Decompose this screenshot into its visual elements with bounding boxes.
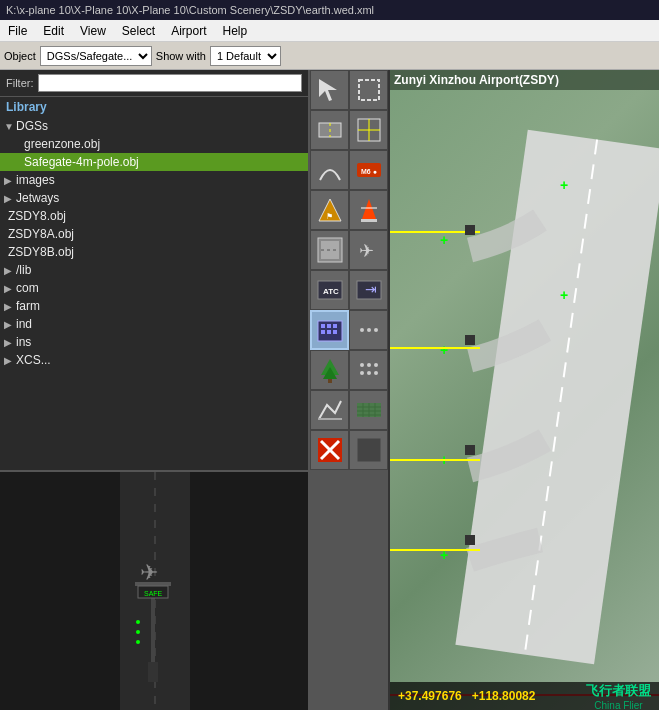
tree-arrow-xcs: ▶ <box>4 355 14 366</box>
select-box-icon[interactable] <box>349 70 388 110</box>
svg-rect-36 <box>327 324 331 328</box>
icon-row: ✈ <box>310 230 388 270</box>
svg-point-43 <box>374 328 378 332</box>
watermark-line1: 飞行者联盟 <box>586 682 651 700</box>
terrain-tool-icon[interactable] <box>349 390 388 430</box>
list-item[interactable]: ZSDY8B.obj <box>0 243 308 261</box>
show-with-select[interactable]: 1 Default 2 Default Custom <box>210 46 281 66</box>
svg-rect-39 <box>327 330 331 334</box>
icon-row: ATC ⇥ <box>310 270 388 310</box>
svg-rect-79 <box>465 445 475 455</box>
list-item[interactable]: ZSDY8A.obj <box>0 225 308 243</box>
tree-group-lib[interactable]: ▶ /lib <box>0 261 308 279</box>
taxiway-tool-icon[interactable] <box>349 110 388 150</box>
tree-group-ind[interactable]: ▶ ind <box>0 315 308 333</box>
svg-point-42 <box>367 328 371 332</box>
svg-marker-12 <box>319 79 337 101</box>
svg-text:✈: ✈ <box>359 241 374 261</box>
watermark: 飞行者联盟 China Flier <box>586 682 651 711</box>
tree-group-label-jetways: Jetways <box>16 191 59 205</box>
runway-tool-icon[interactable] <box>310 110 349 150</box>
arrow-tool-icon[interactable] <box>310 70 349 110</box>
item-label-selected: Safegate-4m-pole.obj <box>24 155 139 169</box>
tree-group-com[interactable]: ▶ com <box>0 279 308 297</box>
cone-tool-icon[interactable] <box>349 190 388 230</box>
svg-point-47 <box>360 363 364 367</box>
icon-row <box>310 350 388 390</box>
lights-tool-icon[interactable]: ATC <box>310 270 349 310</box>
library-header: Library <box>0 97 308 117</box>
svg-point-50 <box>360 371 364 375</box>
svg-text:✈: ✈ <box>140 560 158 585</box>
item-label: ZSDY8A.obj <box>8 227 74 241</box>
list-item-selected[interactable]: Safegate-4m-pole.obj <box>0 153 308 171</box>
svg-text:+: + <box>440 342 448 358</box>
tree-group-label-farm: farm <box>16 299 40 313</box>
svg-rect-64 <box>357 438 381 462</box>
tree-tool-icon[interactable] <box>310 350 349 390</box>
object-select[interactable]: DGSs/Safegate... <box>40 46 152 66</box>
library-tree[interactable]: Library ▼ DGSs greenzone.obj Safegate-4m… <box>0 97 308 470</box>
marking-tool-icon[interactable] <box>310 230 349 270</box>
filter-input[interactable] <box>38 74 303 92</box>
tree-group-dgss[interactable]: ▼ DGSs <box>0 117 308 135</box>
icon-toolbar: M6 ● ⚑ <box>310 70 390 710</box>
item-label: ZSDY8B.obj <box>8 245 74 259</box>
svg-point-11 <box>136 640 140 644</box>
plane-tool-icon[interactable]: ✈ <box>349 230 388 270</box>
menu-item-airport[interactable]: Airport <box>163 22 214 40</box>
x-tool-icon[interactable] <box>310 430 349 470</box>
svg-text:SAFE: SAFE <box>144 590 163 597</box>
icon-row <box>310 310 388 350</box>
tree-group-images[interactable]: ▶ images <box>0 171 308 189</box>
svg-rect-38 <box>321 330 325 334</box>
svg-point-41 <box>360 328 364 332</box>
svg-rect-53 <box>318 418 342 420</box>
svg-text:⚑: ⚑ <box>326 212 333 221</box>
dots-tool-icon[interactable] <box>349 310 388 350</box>
curve-tool-icon[interactable] <box>310 150 349 190</box>
graph-tool-icon[interactable] <box>310 390 349 430</box>
svg-rect-37 <box>333 324 337 328</box>
list-item[interactable]: greenzone.obj <box>0 135 308 153</box>
menu-bar: FileEditViewSelectAirportHelp <box>0 20 659 42</box>
title-bar: K:\x-plane 10\X-Plane 10\X-Plane 10\Cust… <box>0 0 659 20</box>
coords-bar: +37.497676 +118.80082 飞行者联盟 China Flier <box>390 682 659 710</box>
main-area: Filter: Library ▼ DGSs greenzone.obj Saf… <box>0 70 659 710</box>
svg-text:⇥: ⇥ <box>365 281 377 297</box>
svg-rect-25 <box>361 207 377 209</box>
tree-group-label-ind: ind <box>16 317 32 331</box>
tree-group-ins[interactable]: ▶ ins <box>0 333 308 351</box>
tree-group-label-ins: ins <box>16 335 31 349</box>
svg-rect-3 <box>148 662 158 682</box>
svg-rect-65 <box>455 130 659 664</box>
tree-group-label-dgss: DGSs <box>16 119 48 133</box>
dots2-tool-icon[interactable] <box>349 350 388 390</box>
blank-tool-icon[interactable] <box>349 430 388 470</box>
menu-item-help[interactable]: Help <box>215 22 256 40</box>
menu-item-file[interactable]: File <box>0 22 35 40</box>
tree-arrow-lib: ▶ <box>4 265 14 276</box>
tree-arrow-dgss: ▼ <box>4 121 14 132</box>
freq-tool-icon[interactable]: ⇥ <box>349 270 388 310</box>
list-item[interactable]: ZSDY8.obj <box>0 207 308 225</box>
sign-tool-icon[interactable]: M6 ● <box>349 150 388 190</box>
object-place-icon[interactable]: ⚑ <box>310 190 349 230</box>
building-tool-icon[interactable] <box>310 310 349 350</box>
tree-group-label-images: images <box>16 173 55 187</box>
tree-group-label-com: com <box>16 281 39 295</box>
svg-rect-24 <box>361 219 377 222</box>
menu-item-select[interactable]: Select <box>114 22 163 40</box>
tree-group-xcs[interactable]: ▶ XCS... <box>0 351 308 369</box>
tree-group-label-lib: /lib <box>16 263 31 277</box>
map-panel[interactable]: Zunyi Xinzhou Airport(ZSDY) + + + + + + <box>390 70 659 710</box>
tree-group-label-xcs: XCS... <box>16 353 51 367</box>
menu-item-view[interactable]: View <box>72 22 114 40</box>
svg-rect-77 <box>465 225 475 235</box>
menu-item-edit[interactable]: Edit <box>35 22 72 40</box>
tree-arrow-jetways: ▶ <box>4 193 14 204</box>
svg-rect-78 <box>465 335 475 345</box>
icon-row <box>310 390 388 430</box>
tree-group-farm[interactable]: ▶ farm <box>0 297 308 315</box>
tree-group-jetways[interactable]: ▶ Jetways <box>0 189 308 207</box>
